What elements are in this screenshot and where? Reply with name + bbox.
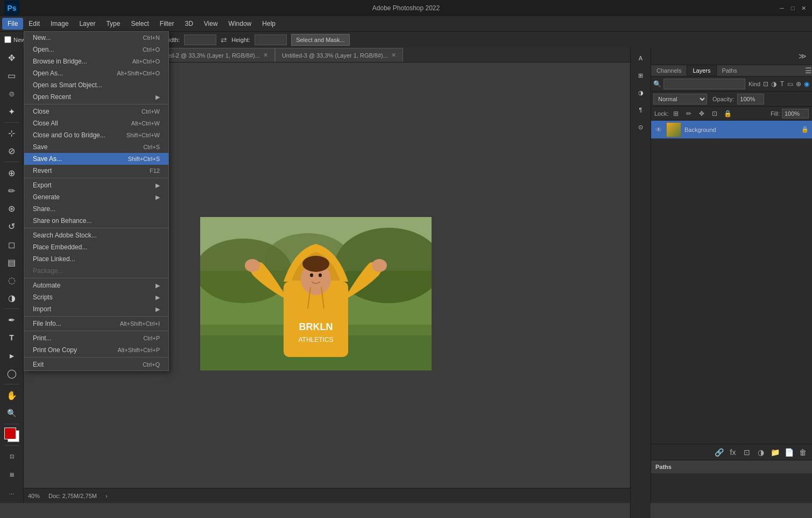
select-mask-button[interactable]: Select and Mask... — [291, 34, 350, 46]
height-input[interactable] — [255, 34, 287, 45]
menu-place-linked[interactable]: Place Linked... — [24, 253, 168, 265]
tab-channels[interactable]: Channels — [651, 65, 687, 76]
menu-open-as[interactable]: Open As... Alt+Shift+Ctrl+O — [24, 67, 168, 79]
lock-artboard-btn[interactable]: ⊡ — [709, 108, 720, 119]
menu-exit[interactable]: Exit Ctrl+Q — [24, 359, 168, 370]
lock-image-btn[interactable]: ✏ — [683, 108, 694, 119]
text-tool[interactable]: T — [3, 330, 20, 346]
filter-smart-btn[interactable]: ⊕ — [795, 79, 801, 89]
doc-tab-2[interactable]: Untitled-3 @ 33,3% (Layer 1, RGB/8#)... … — [275, 48, 403, 62]
menu-search-stock[interactable]: Search Adobe Stock... — [24, 229, 168, 241]
history-panel-btn[interactable]: A — [633, 51, 648, 66]
menu-close[interactable]: Close Ctrl+W — [24, 106, 168, 117]
blur-tool[interactable]: ◌ — [3, 272, 20, 289]
new-group-btn[interactable]: 📁 — [769, 446, 781, 458]
properties-panel-btn[interactable]: ⊞ — [633, 68, 648, 83]
new-checkbox[interactable] — [4, 36, 11, 43]
adjustments-panel-btn[interactable]: ◑ — [633, 85, 648, 100]
width-input[interactable] — [184, 34, 216, 45]
menu-automate[interactable]: Automate ▶ — [24, 279, 168, 291]
status-arrow[interactable]: › — [105, 493, 108, 499]
panel-menu-button[interactable]: ☰ — [805, 65, 812, 76]
crop-tool[interactable]: ⊹ — [3, 125, 20, 142]
menu-image[interactable]: Image — [45, 18, 74, 30]
swatches-panel-btn[interactable]: ⊙ — [633, 120, 648, 135]
menu-edit[interactable]: Edit — [23, 18, 45, 30]
tab-paths[interactable]: Paths — [717, 65, 743, 76]
menu-layer[interactable]: Layer — [74, 18, 101, 30]
menu-close-all[interactable]: Close All Alt+Ctrl+W — [24, 117, 168, 129]
menu-select[interactable]: Select — [125, 18, 154, 30]
close-button[interactable]: ✕ — [799, 4, 808, 12]
gradient-tool[interactable]: ▤ — [3, 254, 20, 271]
doc-tab-2-close[interactable]: ✕ — [391, 52, 396, 59]
new-layer-btn[interactable]: 📄 — [783, 446, 795, 458]
paragraph-panel-btn[interactable]: ¶ — [633, 102, 648, 117]
more-tools[interactable]: … — [3, 484, 20, 501]
menu-place-embedded[interactable]: Place Embedded... — [24, 241, 168, 253]
menu-new[interactable]: New... Ctrl+N — [24, 32, 168, 44]
lock-transparent-btn[interactable]: ⊞ — [670, 108, 681, 119]
move-tool[interactable]: ✥ — [3, 50, 20, 66]
lock-position-btn[interactable]: ✥ — [696, 108, 707, 119]
menu-share-behance[interactable]: Share on Behance... — [24, 215, 168, 227]
layer-item-background[interactable]: 👁 Background 🔒 — [651, 121, 812, 139]
blend-mode-select[interactable]: Normal Dissolve Multiply Screen Overlay — [653, 94, 707, 104]
menu-open-smart[interactable]: Open as Smart Object... — [24, 79, 168, 91]
quick-mask-tool[interactable]: ⊡ — [3, 448, 20, 465]
doc-tab-1-close[interactable]: ✕ — [263, 52, 268, 59]
filter-shape-btn[interactable]: ▭ — [787, 79, 793, 89]
color-selector[interactable] — [3, 426, 20, 443]
layers-search-input[interactable] — [663, 79, 745, 89]
brush-tool[interactable]: ✏ — [3, 183, 20, 199]
menu-generate[interactable]: Generate ▶ — [24, 191, 168, 203]
fill-input[interactable] — [782, 109, 809, 118]
hand-tool[interactable]: ✋ — [3, 387, 20, 403]
filter-type-btn[interactable]: T — [779, 79, 785, 89]
eyedropper-tool[interactable]: ⊘ — [3, 143, 20, 159]
delete-layer-btn[interactable]: 🗑 — [797, 446, 809, 458]
menu-3d[interactable]: 3D — [179, 18, 198, 30]
minimize-button[interactable]: ─ — [778, 4, 786, 12]
menu-import[interactable]: Import ▶ — [24, 303, 168, 315]
magic-wand-tool[interactable]: ✦ — [3, 103, 20, 120]
menu-file-info[interactable]: File Info... Alt+Shift+Ctrl+I — [24, 318, 168, 330]
menu-revert[interactable]: Revert F12 — [24, 165, 168, 177]
canvas-image[interactable]: BRKLN ATHLETICS — [200, 217, 432, 370]
menu-print[interactable]: Print... Ctrl+P — [24, 332, 168, 344]
link-layers-btn[interactable]: 🔗 — [713, 446, 725, 458]
menu-scripts[interactable]: Scripts ▶ — [24, 291, 168, 303]
menu-save-as[interactable]: Save As... Shift+Ctrl+S — [24, 153, 168, 165]
filter-pixel-btn[interactable]: ⊡ — [762, 79, 768, 89]
select-rect-tool[interactable]: ▭ — [3, 67, 20, 84]
menu-save[interactable]: Save Ctrl+S — [24, 141, 168, 153]
menu-export[interactable]: Export ▶ — [24, 179, 168, 191]
lock-all-btn[interactable]: 🔒 — [722, 108, 733, 119]
tab-layers[interactable]: Layers — [687, 65, 716, 76]
menu-type[interactable]: Type — [101, 18, 125, 30]
path-select-tool[interactable]: ▸ — [3, 347, 20, 364]
heal-tool[interactable]: ⊕ — [3, 164, 20, 181]
filter-adj-btn[interactable]: ◑ — [771, 79, 776, 89]
menu-open-recent[interactable]: Open Recent ▶ — [24, 91, 168, 103]
menu-window[interactable]: Window — [223, 18, 257, 30]
menu-open[interactable]: Open... Ctrl+O — [24, 44, 168, 55]
eraser-tool[interactable]: ◻ — [3, 236, 20, 253]
layer-eye-background[interactable]: 👁 — [654, 125, 663, 134]
menu-file[interactable]: File — [2, 18, 23, 30]
lasso-tool[interactable]: ⌾ — [3, 86, 20, 102]
filter-toggle-btn[interactable]: ◉ — [804, 79, 810, 89]
opacity-input[interactable] — [737, 94, 764, 104]
dodge-tool[interactable]: ◑ — [3, 290, 20, 306]
screen-mode-tool[interactable]: ⊞ — [3, 466, 20, 482]
menu-browse-bridge[interactable]: Browse in Bridge... Alt+Ctrl+O — [24, 55, 168, 67]
pen-tool[interactable]: ✒ — [3, 311, 20, 328]
swap-icon[interactable]: ⇄ — [221, 36, 227, 44]
shape-tool[interactable]: ◯ — [3, 365, 20, 382]
clone-tool[interactable]: ⊛ — [3, 200, 20, 217]
layer-fx-btn[interactable]: fx — [727, 446, 739, 458]
zoom-tool[interactable]: 🔍 — [3, 405, 20, 422]
menu-filter[interactable]: Filter — [154, 18, 180, 30]
menu-view[interactable]: View — [199, 18, 223, 30]
menu-help[interactable]: Help — [257, 18, 281, 30]
